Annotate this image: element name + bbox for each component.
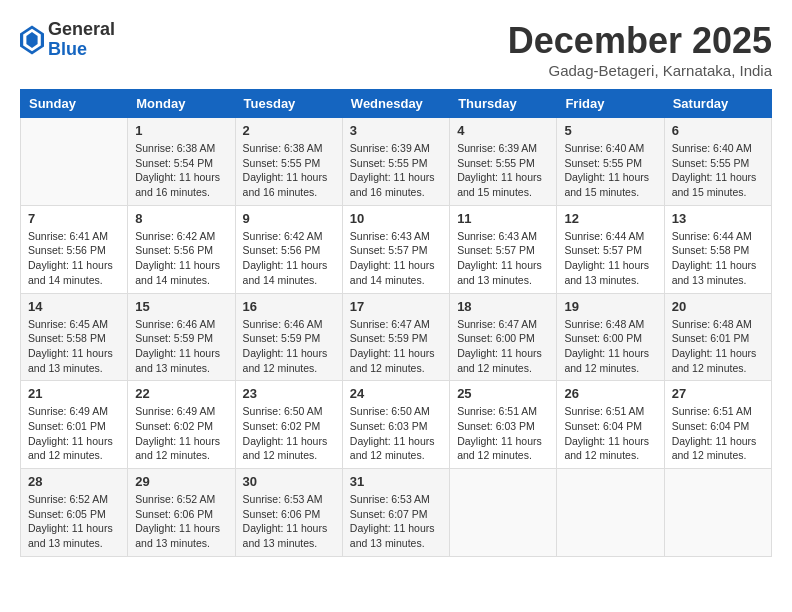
calendar-cell: 6Sunrise: 6:40 AMSunset: 5:55 PMDaylight…: [664, 118, 771, 206]
cell-info: Sunrise: 6:49 AMSunset: 6:02 PMDaylight:…: [135, 404, 227, 463]
sunrise-text: Sunrise: 6:49 AM: [28, 404, 120, 419]
daylight-text: Daylight: 11 hours and 14 minutes.: [28, 258, 120, 287]
cell-info: Sunrise: 6:48 AMSunset: 6:00 PMDaylight:…: [564, 317, 656, 376]
sunrise-text: Sunrise: 6:46 AM: [243, 317, 335, 332]
sunrise-text: Sunrise: 6:40 AM: [672, 141, 764, 156]
calendar-cell: 3Sunrise: 6:39 AMSunset: 5:55 PMDaylight…: [342, 118, 449, 206]
calendar-cell: 30Sunrise: 6:53 AMSunset: 6:06 PMDayligh…: [235, 469, 342, 557]
calendar-cell: 5Sunrise: 6:40 AMSunset: 5:55 PMDaylight…: [557, 118, 664, 206]
sunset-text: Sunset: 6:02 PM: [135, 419, 227, 434]
day-number: 9: [243, 211, 335, 226]
sunrise-text: Sunrise: 6:43 AM: [457, 229, 549, 244]
sunset-text: Sunset: 5:55 PM: [350, 156, 442, 171]
day-number: 17: [350, 299, 442, 314]
day-number: 15: [135, 299, 227, 314]
calendar-cell: 27Sunrise: 6:51 AMSunset: 6:04 PMDayligh…: [664, 381, 771, 469]
daylight-text: Daylight: 11 hours and 13 minutes.: [564, 258, 656, 287]
daylight-text: Daylight: 11 hours and 13 minutes.: [672, 258, 764, 287]
cell-info: Sunrise: 6:43 AMSunset: 5:57 PMDaylight:…: [457, 229, 549, 288]
daylight-text: Daylight: 11 hours and 13 minutes.: [135, 346, 227, 375]
daylight-text: Daylight: 11 hours and 14 minutes.: [135, 258, 227, 287]
sunset-text: Sunset: 5:58 PM: [28, 331, 120, 346]
day-number: 25: [457, 386, 549, 401]
cell-info: Sunrise: 6:38 AMSunset: 5:55 PMDaylight:…: [243, 141, 335, 200]
weekday-header-row: SundayMondayTuesdayWednesdayThursdayFrid…: [21, 90, 772, 118]
daylight-text: Daylight: 11 hours and 12 minutes.: [135, 434, 227, 463]
calendar-cell: 23Sunrise: 6:50 AMSunset: 6:02 PMDayligh…: [235, 381, 342, 469]
daylight-text: Daylight: 11 hours and 14 minutes.: [350, 258, 442, 287]
cell-info: Sunrise: 6:49 AMSunset: 6:01 PMDaylight:…: [28, 404, 120, 463]
day-number: 13: [672, 211, 764, 226]
sunrise-text: Sunrise: 6:48 AM: [672, 317, 764, 332]
day-number: 11: [457, 211, 549, 226]
cell-info: Sunrise: 6:44 AMSunset: 5:58 PMDaylight:…: [672, 229, 764, 288]
cell-info: Sunrise: 6:45 AMSunset: 5:58 PMDaylight:…: [28, 317, 120, 376]
sunset-text: Sunset: 6:01 PM: [672, 331, 764, 346]
sunrise-text: Sunrise: 6:41 AM: [28, 229, 120, 244]
day-number: 7: [28, 211, 120, 226]
cell-info: Sunrise: 6:40 AMSunset: 5:55 PMDaylight:…: [672, 141, 764, 200]
day-number: 3: [350, 123, 442, 138]
calendar-week-row: 7Sunrise: 6:41 AMSunset: 5:56 PMDaylight…: [21, 205, 772, 293]
weekday-header-wednesday: Wednesday: [342, 90, 449, 118]
sunset-text: Sunset: 5:59 PM: [243, 331, 335, 346]
sunset-text: Sunset: 6:00 PM: [564, 331, 656, 346]
day-number: 27: [672, 386, 764, 401]
calendar-week-row: 14Sunrise: 6:45 AMSunset: 5:58 PMDayligh…: [21, 293, 772, 381]
sunrise-text: Sunrise: 6:44 AM: [672, 229, 764, 244]
daylight-text: Daylight: 11 hours and 16 minutes.: [135, 170, 227, 199]
sunrise-text: Sunrise: 6:42 AM: [135, 229, 227, 244]
sunrise-text: Sunrise: 6:39 AM: [457, 141, 549, 156]
sunrise-text: Sunrise: 6:44 AM: [564, 229, 656, 244]
calendar-cell: 19Sunrise: 6:48 AMSunset: 6:00 PMDayligh…: [557, 293, 664, 381]
day-number: 16: [243, 299, 335, 314]
calendar-cell: 25Sunrise: 6:51 AMSunset: 6:03 PMDayligh…: [450, 381, 557, 469]
day-number: 5: [564, 123, 656, 138]
daylight-text: Daylight: 11 hours and 12 minutes.: [457, 346, 549, 375]
cell-info: Sunrise: 6:53 AMSunset: 6:07 PMDaylight:…: [350, 492, 442, 551]
cell-info: Sunrise: 6:51 AMSunset: 6:03 PMDaylight:…: [457, 404, 549, 463]
day-number: 1: [135, 123, 227, 138]
sunset-text: Sunset: 6:05 PM: [28, 507, 120, 522]
sunset-text: Sunset: 6:00 PM: [457, 331, 549, 346]
sunrise-text: Sunrise: 6:52 AM: [28, 492, 120, 507]
cell-info: Sunrise: 6:44 AMSunset: 5:57 PMDaylight:…: [564, 229, 656, 288]
daylight-text: Daylight: 11 hours and 14 minutes.: [243, 258, 335, 287]
cell-info: Sunrise: 6:39 AMSunset: 5:55 PMDaylight:…: [350, 141, 442, 200]
sunrise-text: Sunrise: 6:45 AM: [28, 317, 120, 332]
day-number: 29: [135, 474, 227, 489]
sunrise-text: Sunrise: 6:38 AM: [243, 141, 335, 156]
cell-info: Sunrise: 6:47 AMSunset: 5:59 PMDaylight:…: [350, 317, 442, 376]
calendar-cell: [557, 469, 664, 557]
calendar-cell: 8Sunrise: 6:42 AMSunset: 5:56 PMDaylight…: [128, 205, 235, 293]
sunset-text: Sunset: 5:55 PM: [564, 156, 656, 171]
day-number: 18: [457, 299, 549, 314]
calendar-cell: [664, 469, 771, 557]
day-number: 30: [243, 474, 335, 489]
calendar-cell: 2Sunrise: 6:38 AMSunset: 5:55 PMDaylight…: [235, 118, 342, 206]
cell-info: Sunrise: 6:50 AMSunset: 6:02 PMDaylight:…: [243, 404, 335, 463]
calendar-cell: 13Sunrise: 6:44 AMSunset: 5:58 PMDayligh…: [664, 205, 771, 293]
day-number: 26: [564, 386, 656, 401]
daylight-text: Daylight: 11 hours and 13 minutes.: [350, 521, 442, 550]
daylight-text: Daylight: 11 hours and 15 minutes.: [457, 170, 549, 199]
sunset-text: Sunset: 5:58 PM: [672, 243, 764, 258]
logo-text: General Blue: [48, 20, 115, 60]
daylight-text: Daylight: 11 hours and 12 minutes.: [350, 434, 442, 463]
month-title: December 2025: [508, 20, 772, 62]
day-number: 28: [28, 474, 120, 489]
calendar-cell: 29Sunrise: 6:52 AMSunset: 6:06 PMDayligh…: [128, 469, 235, 557]
daylight-text: Daylight: 11 hours and 15 minutes.: [672, 170, 764, 199]
weekday-header-monday: Monday: [128, 90, 235, 118]
cell-info: Sunrise: 6:46 AMSunset: 5:59 PMDaylight:…: [243, 317, 335, 376]
cell-info: Sunrise: 6:53 AMSunset: 6:06 PMDaylight:…: [243, 492, 335, 551]
calendar-cell: 1Sunrise: 6:38 AMSunset: 5:54 PMDaylight…: [128, 118, 235, 206]
cell-info: Sunrise: 6:41 AMSunset: 5:56 PMDaylight:…: [28, 229, 120, 288]
sunrise-text: Sunrise: 6:51 AM: [564, 404, 656, 419]
cell-info: Sunrise: 6:52 AMSunset: 6:06 PMDaylight:…: [135, 492, 227, 551]
sunrise-text: Sunrise: 6:40 AM: [564, 141, 656, 156]
location: Gadag-Betageri, Karnataka, India: [508, 62, 772, 79]
daylight-text: Daylight: 11 hours and 12 minutes.: [564, 346, 656, 375]
sunset-text: Sunset: 6:03 PM: [350, 419, 442, 434]
daylight-text: Daylight: 11 hours and 13 minutes.: [135, 521, 227, 550]
